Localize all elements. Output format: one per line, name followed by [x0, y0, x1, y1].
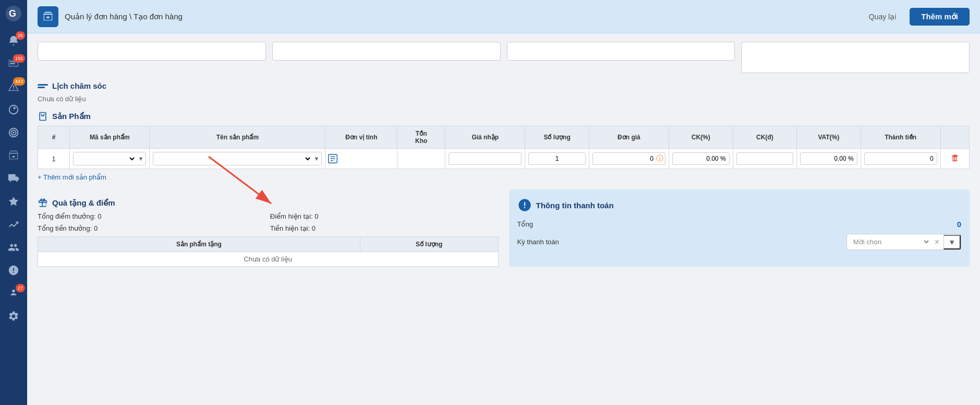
ky-dropdown-button[interactable]: ▼: [943, 235, 961, 249]
tong-diem-thuong: Tổng điểm thưởng: 0: [38, 212, 266, 220]
team-badge: 27: [16, 284, 25, 292]
payment-ky-row: Kỳ thanh toán Mời chọn × ▼: [517, 234, 962, 250]
sidebar-item-target[interactable]: [0, 121, 27, 144]
sidebar-item-users[interactable]: [0, 236, 27, 259]
gifts-col-san-pham: Sản phẩm tặng: [38, 237, 360, 252]
payment-tong-value: 0: [957, 220, 961, 229]
don-gia-wrapper: ⓘ: [592, 152, 666, 165]
don-gia-input[interactable]: [592, 152, 666, 165]
ky-thanh-toan-select[interactable]: Mời chọn: [847, 234, 930, 249]
col-hash: #: [38, 126, 70, 149]
payment-ky-label: Kỳ thanh toán: [517, 238, 847, 246]
payment-ky-select-wrapper: Mời chọn × ▼: [846, 234, 961, 250]
sidebar-item-notifications[interactable]: 26: [0, 29, 27, 52]
top-inputs-row: [38, 33, 970, 73]
col-ck-pct: CK(%): [669, 126, 733, 149]
sidebar-item-orders[interactable]: [0, 144, 27, 167]
bottom-grid: Quà tặng & điểm Tổng điểm thưởng: 0 Điểm…: [38, 189, 970, 267]
messages-badge: 155: [13, 54, 25, 63]
note-textarea[interactable]: [741, 42, 970, 73]
thanh-tien-input[interactable]: [864, 152, 937, 165]
sidebar-item-reports[interactable]: [0, 213, 27, 236]
schedule-icon: [38, 84, 48, 88]
breadcrumb: Quản lý đơn hàng \ Tạo đơn hàng: [65, 12, 862, 21]
row-so-luong: [525, 149, 589, 169]
gifts-no-data-row: Chưa có dữ liệu: [38, 252, 499, 267]
so-luong-input[interactable]: [528, 152, 586, 165]
row-index: 1: [38, 149, 70, 169]
col-so-luong: Số lượng: [525, 126, 589, 149]
col-vat-pct: VAT(%): [797, 126, 861, 149]
diem-hien-tai: Điểm hiện tại: 0: [270, 212, 499, 220]
tong-tien-thuong: Tổng tiền thưởng: 0: [38, 224, 266, 232]
product-section-title: Sản Phẩm: [38, 111, 970, 122]
gia-nhap-input[interactable]: [449, 152, 522, 165]
sidebar-item-delivery[interactable]: [0, 167, 27, 190]
payment-tong-row: Tổng 0: [517, 220, 962, 229]
schedule-section-title: Lịch chăm sóc: [38, 81, 970, 91]
row-don-gia: ⓘ: [589, 149, 669, 169]
sidebar-item-settings[interactable]: [0, 305, 27, 328]
row-delete: [940, 149, 969, 169]
header: Quản lý đơn hàng \ Tạo đơn hàng Quay lại…: [27, 0, 980, 33]
product-table: # Mã sản phẩm Tên sản phẩm Đơn vị tính T…: [38, 126, 970, 169]
input-field-2[interactable]: [272, 42, 501, 61]
col-gia-nhap: Giá nhập: [445, 126, 525, 149]
gifts-table: Sản phẩm tặng Số lượng Chưa có dữ liệu: [38, 236, 499, 267]
ky-clear-button[interactable]: ×: [930, 235, 943, 249]
add-product-button[interactable]: + Thêm mới sản phẩm: [38, 173, 106, 181]
gifts-section-title: Quà tặng & điểm: [38, 198, 499, 208]
sidebar-item-money[interactable]: [0, 259, 27, 282]
sidebar-item-messages[interactable]: 155: [0, 52, 27, 75]
sidebar-item-alerts[interactable]: 443: [0, 75, 27, 98]
row-thanh-tien: [861, 149, 940, 169]
sidebar-item-star[interactable]: [0, 190, 27, 213]
product-info-btn[interactable]: [326, 152, 340, 165]
payment-tong-label: Tổng: [517, 220, 957, 228]
sidebar: G 26 155 443: [0, 0, 27, 405]
sidebar-item-team[interactable]: 27: [0, 282, 27, 305]
header-cart-icon: [38, 6, 58, 27]
content-area: Lịch chăm sóc Chưa có dữ liệu Sản Phẩm #…: [27, 33, 980, 405]
svg-text:G: G: [9, 8, 16, 19]
row-ck-d: [733, 149, 797, 169]
gifts-section: Quà tặng & điểm Tổng điểm thưởng: 0 Điểm…: [38, 189, 499, 267]
input-field-3[interactable]: [507, 42, 735, 61]
row-gia-nhap: [445, 149, 525, 169]
ck-d-input[interactable]: [736, 152, 794, 165]
sidebar-item-analytics[interactable]: [0, 98, 27, 121]
col-ma-san-pham: Mã sản phẩm: [70, 126, 150, 149]
row-vat-pct: 0.00 %: [797, 149, 861, 169]
table-row: 1 ▼ ▼: [38, 149, 970, 169]
row-ten-san-pham: ▼: [150, 149, 325, 169]
delete-row-button[interactable]: [950, 153, 960, 164]
tien-hien-tai: Tiền hiện tại: 0: [270, 224, 499, 232]
add-new-button[interactable]: Thêm mới: [910, 8, 970, 26]
ma-san-pham-select[interactable]: [74, 152, 136, 165]
col-don-gia: Đơn giá: [589, 126, 669, 149]
product-bag-icon: [38, 111, 48, 122]
svg-point-5: [13, 132, 15, 134]
gift-icon: [38, 198, 48, 208]
vat-pct-input[interactable]: 0.00 %: [800, 152, 857, 165]
schedule-no-data: Chưa có dữ liệu: [38, 95, 970, 103]
gifts-info-row-1: Tổng điểm thưởng: 0 Điểm hiện tại: 0: [38, 212, 499, 220]
col-thanh-tien: Thành tiền: [861, 126, 940, 149]
row-ton-kho: [397, 149, 445, 169]
header-actions: Quay lại Thêm mới: [862, 8, 970, 26]
back-button[interactable]: Quay lại: [862, 9, 904, 24]
col-ton-kho: Tồn Kho: [397, 126, 445, 149]
ten-san-pham-select-wrapper: ▼: [153, 152, 322, 165]
notifications-badge: 26: [16, 31, 25, 40]
sidebar-logo: G: [0, 0, 27, 27]
gifts-no-data: Chưa có dữ liệu: [38, 252, 499, 267]
col-delete: [940, 126, 969, 149]
input-field-1[interactable]: [38, 42, 266, 61]
ten-san-pham-select[interactable]: [153, 152, 311, 165]
main-content: Quản lý đơn hàng \ Tạo đơn hàng Quay lại…: [27, 0, 980, 405]
payment-title: Thông tin thanh toán: [517, 198, 962, 212]
gifts-col-so-luong: Số lượng: [360, 237, 498, 252]
ma-san-pham-select-wrapper: ▼: [73, 152, 146, 165]
ck-pct-input[interactable]: 0.00 %: [672, 152, 730, 165]
alerts-badge: 443: [13, 77, 25, 86]
